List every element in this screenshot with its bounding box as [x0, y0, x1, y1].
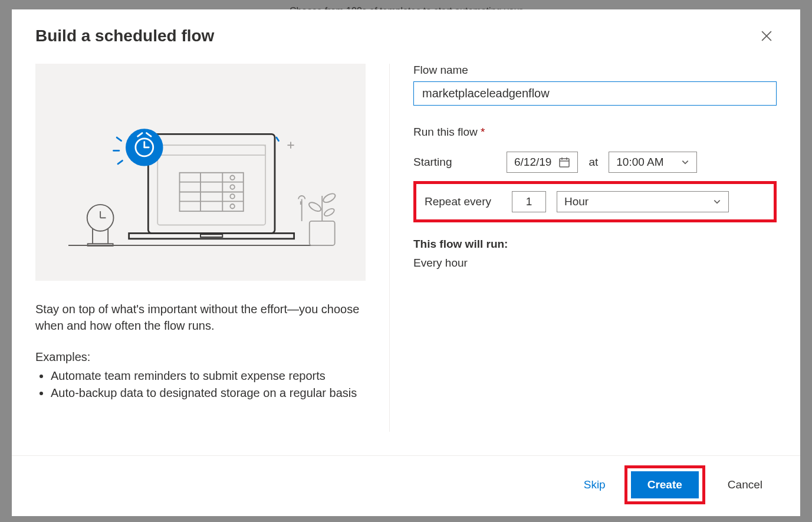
modal-footer: Skip Create Cancel	[12, 455, 800, 516]
repeat-highlight-box: Repeat every Hour	[413, 181, 777, 222]
chevron-down-icon	[681, 158, 689, 166]
skip-button[interactable]: Skip	[573, 472, 616, 497]
svg-rect-12	[157, 145, 265, 225]
repeat-unit-select[interactable]: Hour	[557, 191, 729, 212]
repeat-count-input[interactable]	[512, 191, 546, 212]
svg-rect-13	[157, 145, 265, 155]
left-panel: Stay on top of what's important without …	[35, 64, 389, 432]
svg-rect-43	[560, 159, 569, 167]
modal-title: Build a scheduled flow	[35, 27, 214, 45]
svg-rect-36	[310, 221, 335, 245]
required-asterisk: *	[481, 126, 485, 138]
svg-line-35	[277, 137, 279, 141]
illustration-svg	[35, 64, 366, 266]
modal-body: Stay on top of what's important without …	[12, 52, 800, 455]
svg-point-40	[323, 207, 336, 217]
examples-label: Examples:	[35, 350, 366, 364]
description-text: Stay on top of what's important without …	[35, 301, 366, 334]
run-flow-label-text: Run this flow	[413, 126, 478, 138]
repeat-label: Repeat every	[425, 195, 501, 208]
summary-text: Every hour	[413, 257, 777, 270]
scheduled-flow-modal: Build a scheduled flow	[12, 9, 800, 516]
svg-point-21	[230, 185, 234, 189]
flow-name-label: Flow name	[413, 64, 777, 77]
calendar-icon	[558, 156, 570, 168]
svg-point-22	[230, 194, 234, 198]
chevron-down-icon	[713, 198, 721, 206]
schedule-illustration	[35, 64, 366, 281]
close-button[interactable]	[757, 26, 777, 46]
run-flow-label: Run this flow *	[413, 126, 777, 139]
starting-label: Starting	[413, 156, 496, 169]
svg-rect-10	[200, 234, 222, 237]
cancel-button[interactable]: Cancel	[714, 471, 777, 498]
start-date-value: 6/12/19	[514, 156, 551, 169]
start-time-select[interactable]: 10:00 AM	[609, 152, 697, 173]
run-flow-section: Run this flow * Starting 6/12/19 at	[413, 126, 777, 270]
starting-row: Starting 6/12/19 at 10:00 AM	[413, 152, 777, 173]
svg-point-38	[322, 192, 337, 204]
svg-line-30	[117, 137, 121, 141]
close-icon	[761, 31, 772, 41]
flow-name-input[interactable]	[413, 81, 777, 106]
start-time-value: 10:00 AM	[616, 156, 663, 169]
at-label: at	[589, 156, 598, 169]
example-item: Automate team reminders to submit expens…	[51, 367, 366, 385]
start-date-input[interactable]: 6/12/19	[507, 152, 578, 173]
create-highlight-box: Create	[624, 465, 705, 504]
examples-list: Automate team reminders to submit expens…	[35, 367, 366, 402]
svg-point-20	[230, 175, 234, 179]
summary-title: This flow will run:	[413, 238, 777, 251]
svg-rect-11	[148, 134, 275, 233]
svg-point-23	[230, 204, 234, 208]
create-button[interactable]: Create	[631, 471, 699, 498]
repeat-unit-value: Hour	[564, 195, 589, 208]
svg-line-32	[118, 160, 122, 164]
example-item: Auto-backup data to designated storage o…	[51, 385, 366, 402]
right-panel: Flow name Run this flow * Starting 6/12/…	[390, 64, 777, 432]
svg-point-39	[308, 201, 323, 213]
modal-header: Build a scheduled flow	[12, 9, 800, 52]
